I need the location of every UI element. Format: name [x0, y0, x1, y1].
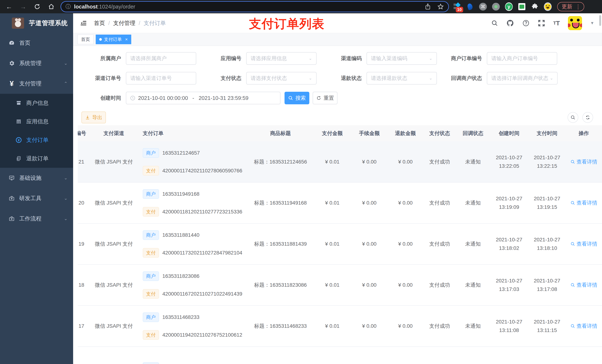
col-title: 商品标题	[247, 130, 314, 137]
monitor-chart-icon	[7, 175, 16, 181]
breadcrumb-pay[interactable]: 支付管理	[113, 20, 135, 27]
notify-status: 未通知	[465, 200, 481, 206]
merchant-order-no-input[interactable]: 请输入商户订单编号	[487, 52, 557, 65]
extensions-puzzle-icon[interactable]	[531, 3, 539, 10]
app-logo	[12, 18, 24, 29]
pay-tag: 支付	[143, 289, 159, 299]
chevron-down-icon: ⌄	[64, 196, 68, 201]
table-row: 17 微信 JSAPI 支付 商户1635311468233 支付4200001…	[78, 306, 602, 347]
user-avatar[interactable]	[568, 16, 582, 30]
y-extension-icon[interactable]: y	[505, 3, 513, 10]
tab-home[interactable]: 首页	[77, 35, 94, 44]
bookmark-star-icon[interactable]	[437, 3, 444, 10]
view-detail-link[interactable]: 查看详情	[570, 199, 597, 207]
search-button[interactable]: 搜索	[285, 92, 309, 104]
sidebar-item-infrastructure[interactable]: 基础设施 ⌄	[0, 168, 73, 188]
browser-reload-icon[interactable]	[33, 2, 42, 11]
view-detail-link[interactable]: 查看详情	[570, 281, 597, 289]
refund-status-select[interactable]: 请选择退款状态⌄	[366, 72, 437, 84]
sidebar-item-devtools[interactable]: 研发工具 ⌄	[0, 188, 73, 208]
pin-extension-icon[interactable]	[466, 3, 474, 10]
notify-status-select[interactable]: 请选择订单回调商户状态⌄	[487, 72, 558, 84]
browser-menu-icon[interactable]: ⋮	[575, 3, 581, 10]
filter-label-channel-order-no: 渠道订单号	[81, 75, 126, 82]
sidebar: 芋道管理系统 首页 系统管理 ⌄ ¥ 支付管理 ⌃ 商户信息	[0, 13, 73, 364]
refresh-table-button[interactable]	[582, 112, 593, 123]
url-text: localhost:1024/pay/order	[74, 4, 135, 10]
view-detail-link[interactable]: 查看详情	[570, 322, 597, 330]
font-size-icon[interactable]: TT	[553, 20, 560, 27]
reset-button[interactable]: 重置	[313, 92, 337, 104]
profile-avatar-icon[interactable]	[544, 3, 552, 10]
filter-label-channel-code: 渠道编码	[322, 55, 366, 62]
sidebar-item-refund-order[interactable]: 退款订单	[0, 149, 73, 168]
merchant-tag: 商户	[143, 148, 159, 158]
address-bar[interactable]: ⓘ localhost:1024/pay/order	[61, 2, 448, 12]
search-icon[interactable]	[491, 20, 498, 27]
sidebar-item-pay[interactable]: ¥ 支付管理 ⌃	[0, 73, 73, 94]
user-caret-down-icon[interactable]: ▼	[590, 21, 594, 26]
yen-circle-icon: ¥	[14, 137, 23, 143]
github-icon[interactable]	[506, 19, 514, 27]
browser-forward-icon[interactable]: →	[19, 2, 27, 11]
svg-text:¥: ¥	[18, 138, 20, 142]
sidebar-item-app-info[interactable]: 应用信息	[0, 112, 73, 131]
chat-extension-icon[interactable]	[518, 3, 526, 10]
sidebar-item-pay-order[interactable]: ¥ 支付订单	[0, 131, 73, 149]
merchant-input[interactable]: 请选择所属商户	[126, 52, 196, 65]
pay-status-select[interactable]: 请选择支付状态⌄	[246, 72, 317, 84]
browser-back-icon[interactable]: ←	[5, 2, 13, 11]
tab-close-icon[interactable]: ×	[125, 37, 128, 42]
fullscreen-icon[interactable]	[538, 20, 545, 27]
col-amount: 支付金额	[314, 130, 351, 137]
table-toolbar: 导出	[73, 112, 602, 123]
breadcrumb: 首页 / 支付管理 / 支付订单	[94, 20, 166, 27]
view-detail-link[interactable]: 查看详情	[570, 240, 597, 248]
chevron-down-icon: ⌄	[309, 56, 312, 61]
breadcrumb-home[interactable]: 首页	[94, 20, 105, 27]
sidebar-item-home[interactable]: 首页	[0, 33, 73, 53]
breadcrumb-current: 支付订单	[144, 20, 166, 27]
page-annotation: 支付订单列表	[249, 16, 324, 32]
sidebar-item-system[interactable]: 系统管理 ⌄	[0, 53, 73, 73]
filter-label-notify-status: 回调商户状态	[442, 75, 487, 82]
merchant-tag: 商户	[143, 189, 159, 199]
view-detail-link[interactable]: 查看详情	[570, 158, 597, 165]
export-button[interactable]: 导出	[81, 112, 106, 123]
browser-home-icon[interactable]	[47, 2, 55, 11]
sidebar-item-merchant-info[interactable]: 商户信息	[0, 94, 73, 112]
col-status: 支付状态	[423, 130, 456, 137]
sidebar-item-workflow[interactable]: 工作流程 ⌄	[0, 208, 73, 229]
toggle-search-button[interactable]	[568, 112, 578, 123]
notify-status: 未通知	[465, 159, 481, 165]
create-time-range-picker[interactable]: 2021-10-01 00:00:00 - 2021-10-31 23:59:5…	[126, 92, 280, 104]
status-badge: 支付成功	[429, 282, 450, 288]
help-icon[interactable]	[522, 20, 530, 27]
channel-order-no-input[interactable]: 请输入渠道订单号	[126, 72, 196, 84]
command-extension-icon[interactable]: ⌘	[479, 3, 487, 10]
pay-order-table: 应用编号 支付渠道 支付订单 商品标题 支付金额 手续金额 退款金额 支付状态 …	[78, 125, 602, 364]
col-refund: 退款金额	[388, 130, 423, 137]
briefcase-icon	[7, 216, 16, 222]
app-select[interactable]: 请选择应用信息⌄	[246, 52, 317, 65]
filter-label-create-time: 创建时间	[81, 94, 126, 102]
sidebar-fold-icon[interactable]	[80, 20, 87, 27]
chevron-down-icon: ⌄	[309, 76, 312, 81]
clock-icon	[130, 95, 136, 101]
recorder-extension-icon[interactable]	[492, 3, 500, 10]
window-scrollbar[interactable]	[599, 15, 601, 26]
tag-manager-extension-icon[interactable]: 10	[453, 3, 461, 10]
browser-update-button[interactable]: 更新 ⋮	[557, 2, 584, 11]
channel-code-select[interactable]: 请输入渠道编码⌄	[366, 52, 437, 65]
date-end: 2021-10-31 23:59:59	[199, 95, 248, 101]
col-paid: 支付时间	[528, 130, 566, 137]
document-copy-icon	[14, 156, 23, 161]
table-row: 19 微信 JSAPI 支付 商户1635311881440 支付4200001…	[78, 224, 602, 265]
notify-status: 未通知	[465, 282, 481, 288]
col-notify: 回调状态	[456, 130, 490, 137]
tab-pay-order[interactable]: 支付订单 ×	[96, 35, 131, 44]
yen-icon: ¥	[7, 80, 16, 88]
site-info-icon[interactable]: ⓘ	[65, 3, 71, 10]
app-title: 芋道管理系统	[29, 19, 68, 27]
share-icon[interactable]	[425, 3, 431, 10]
